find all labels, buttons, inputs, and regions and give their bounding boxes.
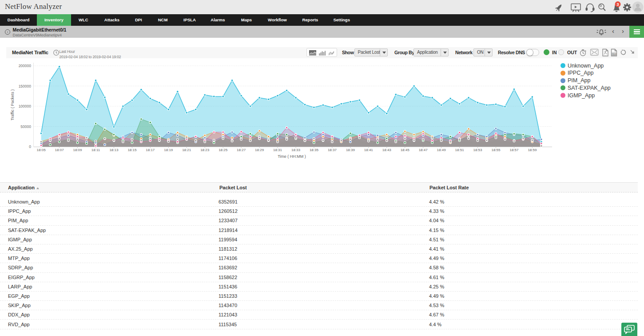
svg-text:18:31: 18:31 (273, 148, 282, 152)
svg-text:18:45: 18:45 (401, 148, 410, 152)
svg-text:Traffic ( Packets ): Traffic ( Packets ) (10, 89, 15, 120)
svg-text:150000: 150000 (19, 84, 32, 88)
svg-text:18:49: 18:49 (437, 148, 446, 152)
svg-text:18:39: 18:39 (346, 148, 355, 152)
svg-text:200000: 200000 (19, 64, 32, 68)
svg-text:18:25: 18:25 (219, 148, 228, 152)
svg-text:50000: 50000 (20, 124, 31, 129)
svg-text:18:37: 18:37 (328, 148, 337, 152)
svg-text:Time ( HH:MM ): Time ( HH:MM ) (278, 154, 306, 159)
svg-text:18:11: 18:11 (91, 148, 100, 152)
svg-text:100000: 100000 (19, 104, 32, 108)
svg-text:3: 3 (616, 2, 619, 7)
svg-text:18:27: 18:27 (237, 148, 246, 152)
svg-text:0: 0 (29, 144, 31, 149)
svg-text:18:55: 18:55 (491, 148, 501, 152)
svg-text:18:51: 18:51 (455, 148, 465, 152)
svg-text:18:07: 18:07 (55, 148, 64, 152)
svg-text:18:53: 18:53 (473, 148, 482, 152)
svg-text:18:29: 18:29 (255, 148, 264, 152)
svg-text:18:43: 18:43 (382, 148, 392, 152)
svg-text:18:15: 18:15 (127, 148, 137, 152)
svg-text:18:33: 18:33 (291, 148, 301, 152)
svg-text:18:19: 18:19 (164, 148, 173, 152)
svg-text:18:17: 18:17 (146, 148, 155, 152)
svg-text:18:21: 18:21 (182, 148, 191, 152)
svg-text:18:09: 18:09 (73, 148, 82, 152)
svg-text:18:57: 18:57 (509, 148, 519, 152)
svg-text:18:23: 18:23 (200, 148, 210, 152)
svg-text:18:59: 18:59 (528, 148, 537, 152)
svg-text:CSV: CSV (612, 53, 616, 55)
svg-text:18:47: 18:47 (419, 148, 428, 152)
svg-text:18:41: 18:41 (364, 148, 374, 152)
svg-text:18:05: 18:05 (37, 148, 46, 152)
svg-text:18:35: 18:35 (310, 148, 319, 152)
svg-text:18:13: 18:13 (109, 148, 119, 152)
